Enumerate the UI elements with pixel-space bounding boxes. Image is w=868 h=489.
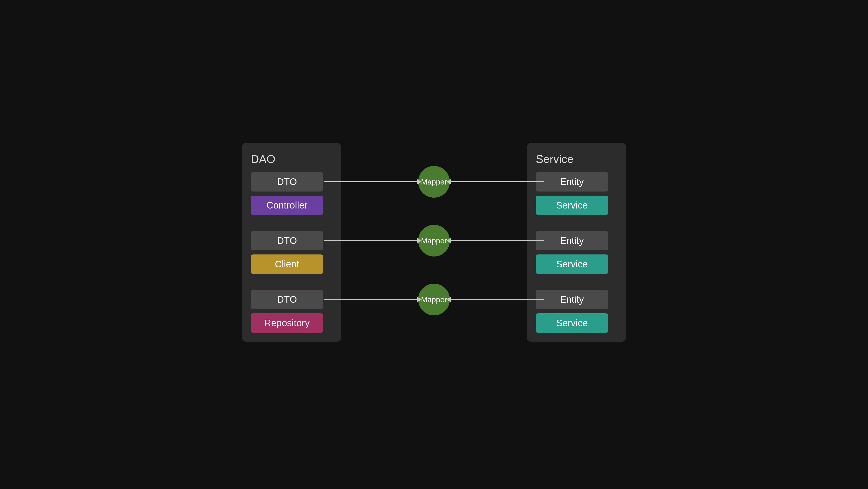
service-box-3: Service (536, 313, 608, 333)
architecture-diagram: DAO DTO Controller DTO Client DTO (242, 143, 626, 346)
service-box-2: Service (536, 255, 608, 274)
service-row-1: Entity Service (536, 172, 608, 215)
service-panel: Service Entity Service Entity Service En… (527, 143, 626, 342)
client-box: Client (251, 255, 323, 274)
dao-panel-title: DAO (251, 152, 332, 166)
mapper-label-2: Mapper (421, 236, 447, 245)
arrowhead-entity-mapper-3 (446, 297, 451, 302)
dao-row-2: DTO Client (251, 231, 323, 274)
dto-box-3: DTO (251, 290, 323, 309)
arrowhead-dto-mapper-2 (417, 238, 422, 243)
mapper-circle-3 (418, 284, 450, 315)
mapper-circle-1 (418, 166, 450, 198)
repository-box: Repository (251, 313, 323, 333)
dto-box-2: DTO (251, 231, 323, 250)
dto-box-1: DTO (251, 172, 323, 192)
controller-box: Controller (251, 196, 323, 215)
service-row-3: Entity Service (536, 290, 608, 333)
dao-row-3: DTO Repository (251, 290, 323, 333)
arrowhead-dto-mapper-1 (417, 179, 422, 184)
service-panel-title: Service (536, 152, 617, 166)
dao-panel: DAO DTO Controller DTO Client DTO (242, 143, 341, 342)
dao-row-1: DTO Controller (251, 172, 323, 215)
arrowhead-entity-mapper-1 (446, 179, 451, 184)
entity-box-3: Entity (536, 290, 608, 309)
mapper-circle-2 (418, 225, 450, 257)
arrowhead-entity-mapper-2 (446, 238, 451, 243)
service-row-2: Entity Service (536, 231, 608, 274)
mapper-label-3: Mapper (421, 295, 447, 304)
mapper-label-1: Mapper (421, 177, 447, 186)
entity-box-2: Entity (536, 231, 608, 250)
arrowhead-dto-mapper-3 (417, 297, 422, 302)
entity-box-1: Entity (536, 172, 608, 192)
service-box-1: Service (536, 196, 608, 215)
